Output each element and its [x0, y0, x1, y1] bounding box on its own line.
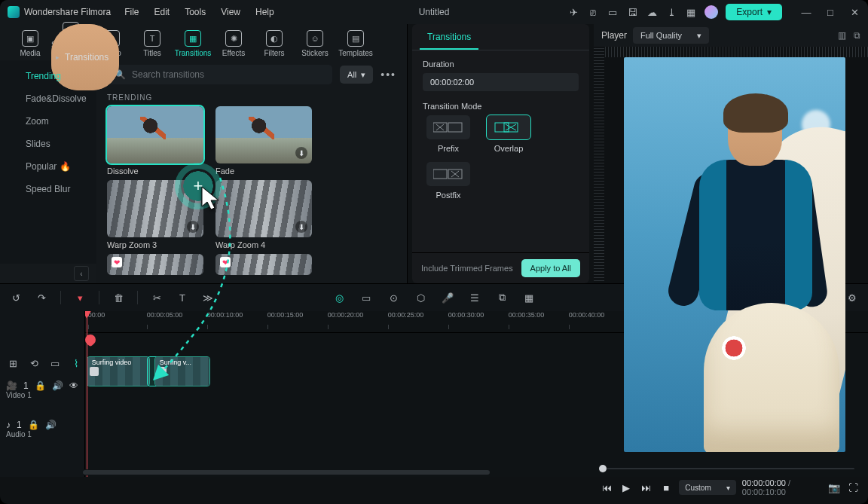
mute-icon[interactable]: 🔊 [52, 380, 63, 391]
grid-icon[interactable]: ▦ [522, 291, 536, 304]
menu-file[interactable]: File [124, 7, 139, 17]
download-icon[interactable]: ⬇ [187, 221, 199, 233]
fire-icon: 🔥 [60, 161, 71, 172]
screen-icon[interactable]: ▭ [607, 6, 619, 18]
device-icon[interactable]: ⎚ [587, 6, 599, 18]
download-icon[interactable]: ⤓ [665, 6, 677, 18]
settings-icon[interactable]: ⚙ [845, 291, 859, 304]
mute-icon[interactable]: 🔊 [45, 420, 57, 430]
duration-label: Duration [423, 60, 579, 69]
track-opts-icon[interactable]: ▭ [48, 356, 62, 370]
menu-edit[interactable]: Edit [154, 7, 170, 17]
shield-icon[interactable]: ⬡ [414, 291, 427, 304]
thumb-extra-1[interactable]: ❤ [107, 254, 203, 275]
preview-image [624, 57, 845, 452]
thumb-fade[interactable]: ⬇ Fade [215, 106, 312, 176]
tab-titles[interactable]: TTitles [133, 30, 172, 60]
stop-icon[interactable]: ■ [659, 479, 673, 496]
track-link-icon[interactable]: ⟲ [27, 356, 41, 370]
more-right-icon[interactable]: ≫ [201, 291, 215, 304]
crop-icon[interactable]: ▭ [359, 291, 373, 304]
lock-icon[interactable]: 🔒 [28, 420, 39, 430]
filter-all[interactable]: All▾ [340, 66, 373, 84]
pip-icon[interactable]: ⧉ [495, 291, 509, 304]
avatar[interactable] [704, 5, 718, 19]
search-input[interactable]: 🔍 Search transitions [107, 65, 332, 84]
window-maximize-icon[interactable]: □ [824, 6, 836, 18]
tab-filters[interactable]: ◐Filters [255, 30, 294, 60]
ruler-vertical [594, 47, 604, 283]
apply-to-all-button[interactable]: Apply to All [521, 259, 580, 277]
thumb-extra-2[interactable]: ❤ [215, 254, 312, 275]
menu-tools[interactable]: Tools [185, 7, 206, 17]
cut-icon[interactable]: ✂ [150, 291, 164, 304]
pager-prev[interactable]: ‹ [74, 266, 89, 281]
sidebar-item-popular[interactable]: Popular🔥 [0, 155, 96, 178]
lock-icon[interactable]: 🔒 [35, 380, 46, 391]
thumb-dissolve[interactable]: Dissolve [107, 106, 203, 176]
tab-transitions[interactable]: ▦Transitions [173, 30, 212, 60]
window-close-icon[interactable]: ✕ [848, 6, 860, 18]
magnet-icon[interactable]: ⌇ [69, 356, 83, 370]
clip-2[interactable]: Surfing v... [154, 356, 210, 386]
sidebar-pager: ‹ [0, 264, 96, 283]
fit-select[interactable]: Custom▾ [679, 480, 735, 495]
apps-icon[interactable]: ▦ [685, 6, 697, 18]
save-icon[interactable]: 🖫 [626, 6, 638, 18]
preview-scrubber[interactable] [603, 466, 854, 472]
send-icon[interactable]: ✈ [567, 6, 579, 18]
tab-stickers[interactable]: ☺Stickers [295, 30, 335, 60]
scope-icon[interactable]: ⧉ [854, 30, 860, 41]
redo-icon[interactable]: ↷ [35, 291, 48, 304]
playhead[interactable] [87, 311, 87, 477]
play-icon[interactable]: ▶ [619, 479, 633, 496]
cloud-icon[interactable]: ☁ [646, 6, 658, 18]
track-head-audio[interactable]: ♪1🔒🔊 Audio 1 [0, 417, 84, 456]
download-icon[interactable]: ⬇ [295, 221, 307, 233]
track-add-icon[interactable]: ⊞ [6, 356, 20, 370]
sidebar-item-trending[interactable]: Trending [0, 65, 96, 87]
heart-icon: ❤ [220, 257, 231, 267]
text-icon[interactable]: T [176, 291, 189, 304]
sidebar-item-fade[interactable]: Fade&Dissolve [0, 87, 96, 110]
clip-1[interactable]: Surfing video [87, 356, 150, 386]
menu-view[interactable]: View [221, 7, 240, 17]
fullscreen-icon[interactable]: ⛶ [847, 479, 860, 496]
undo-icon[interactable]: ↺ [9, 291, 23, 304]
prev-frame-icon[interactable]: ⏮ [600, 479, 613, 496]
sidebar-item-slides[interactable]: Slides [0, 133, 96, 155]
mode-postfix[interactable]: Postfix [423, 162, 474, 200]
media-icon: ▣ [22, 30, 38, 47]
speed-icon[interactable]: ⊙ [387, 291, 400, 304]
mode-prefix[interactable]: Prefix [423, 115, 474, 153]
window-minimize-icon[interactable]: ― [800, 6, 812, 18]
player-quality-select[interactable]: Full Quality▾ [633, 27, 709, 44]
inspect-tab-transitions[interactable]: Transitions [420, 26, 478, 50]
duration-input[interactable]: 00:00:02:00 [423, 73, 579, 91]
next-frame-icon[interactable]: ⏭ [640, 479, 653, 496]
download-icon[interactable]: ⬇ [295, 147, 307, 159]
sidebar-item-zoom[interactable]: Zoom [0, 110, 96, 133]
more-options-icon[interactable]: ••• [381, 69, 396, 81]
mic-icon[interactable]: 🎤 [441, 291, 454, 304]
compare-icon[interactable]: ▥ [838, 30, 846, 41]
ai-icon[interactable]: ◎ [332, 291, 346, 304]
adjust-icon[interactable]: ☰ [468, 291, 481, 304]
inspect-panel: Transitions Duration 00:00:02:00 Transit… [412, 24, 589, 283]
tab-templates[interactable]: ▤Templates [336, 30, 375, 60]
thumb-warp4[interactable]: ⬇ Warp Zoom 4 [215, 180, 312, 249]
sidebar-item-speedblur[interactable]: Speed Blur [0, 178, 96, 200]
mode-overlap[interactable]: Overlap [483, 115, 534, 153]
thumb-label: Fade [215, 166, 312, 176]
track-head-video[interactable]: 🎥1🔒🔊👁 Video 1 [0, 377, 84, 417]
delete-icon[interactable]: 🗑 [112, 291, 125, 304]
menu-help[interactable]: Help [255, 7, 274, 17]
export-button[interactable]: Export▾ [726, 4, 782, 20]
visibility-icon[interactable]: 👁 [69, 380, 78, 391]
tab-media[interactable]: ▣Media [11, 30, 50, 60]
marker-icon[interactable]: ▾ [73, 291, 87, 304]
stickers-icon: ☺ [307, 30, 323, 47]
thumb-image: ⬇ [215, 106, 312, 163]
snapshot-icon[interactable]: 📷 [827, 479, 840, 496]
tab-effects[interactable]: ✺Effects [214, 30, 253, 60]
